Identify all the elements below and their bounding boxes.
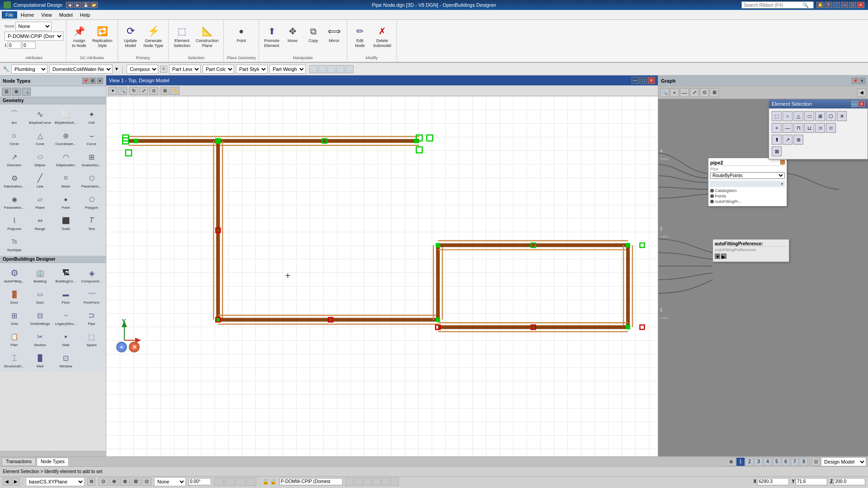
attr-none-select[interactable]: None <box>15 22 52 31</box>
vp-fit-btn[interactable]: ⤢ <box>139 87 148 95</box>
panel-close-btn[interactable]: ✕ <box>97 78 103 84</box>
node-item-ellipse[interactable]: Ellipse <box>28 149 52 169</box>
elem-sel-btn5[interactable]: ⊞ <box>815 111 825 121</box>
profile-input[interactable] <box>279 478 343 485</box>
panel-pin-btn[interactable]: 📌 <box>82 78 89 84</box>
node-item-legacystruct[interactable]: LegacyStru... <box>53 307 78 328</box>
update-model-btn[interactable]: ⟳ UpdateModel <box>121 22 141 51</box>
mode-btn4[interactable] <box>246 478 256 486</box>
part-color-select[interactable]: Part Color <box>203 65 234 74</box>
elem-sel-btn3[interactable]: △ <box>793 111 803 121</box>
vp-grid-btn[interactable]: ⊞ <box>160 87 170 95</box>
node-item-gridsettings[interactable]: GridSettings <box>28 307 52 328</box>
node-item-duct[interactable]: Duct <box>28 286 52 306</box>
x-input[interactable] <box>757 478 789 485</box>
node-item-plane[interactable]: Plane <box>28 191 52 211</box>
viewport-close-btn[interactable]: ✕ <box>648 77 655 84</box>
title-btn-4[interactable]: 📂 <box>90 2 98 8</box>
node-item-textstyle[interactable]: TextStyle <box>2 234 27 254</box>
elem-sel-btn4[interactable]: ⬭ <box>804 111 814 121</box>
node-search-list-btn[interactable]: ☰ <box>2 88 11 96</box>
graph-tb-btn2[interactable]: + <box>670 88 679 97</box>
nav-back-btn[interactable]: ◀ <box>3 478 11 486</box>
node-item-plan[interactable]: Plan <box>2 328 27 349</box>
node-item-polygon[interactable]: Polygon <box>79 191 104 211</box>
node-item-door[interactable]: Door <box>2 286 27 306</box>
elem-sel-btn14[interactable]: ⬆ <box>772 135 782 145</box>
element-selection-btn[interactable]: ⬚ ElementSelection <box>171 22 193 51</box>
coord-action-btn4[interactable] <box>373 478 381 486</box>
elem-sel-btn2[interactable]: ○ <box>783 111 793 121</box>
node-item-grid[interactable]: Grid <box>2 307 27 328</box>
attr-bar-btn1[interactable]: = <box>160 66 167 73</box>
attr-profile-select[interactable]: P-DOMW-CPIP (Domestic W... <box>5 32 63 41</box>
autofitting-expand-btn[interactable]: ▶ <box>721 253 726 259</box>
node-item-curve[interactable]: Curve <box>79 127 104 148</box>
node-item-solid[interactable]: Solid <box>53 212 78 233</box>
design-model-select[interactable]: Design Model <box>821 457 866 466</box>
menu-help[interactable]: Help <box>76 11 94 19</box>
node-item-mesh[interactable]: Mesh <box>53 170 78 190</box>
elem-sel-btn15[interactable]: ↗ <box>783 135 793 145</box>
minimize-btn[interactable]: — <box>841 2 848 8</box>
elem-sel-btn16[interactable]: ⊛ <box>793 135 803 145</box>
vp-measure-btn[interactable]: 📏 <box>170 87 179 95</box>
elem-sel-btn13[interactable]: ⊂ <box>826 123 836 133</box>
design-model-icon[interactable]: ⊡ <box>812 458 820 466</box>
menu-file[interactable]: File <box>2 11 17 19</box>
attr-icon-btn4[interactable] <box>336 65 344 73</box>
construction-plane-btn[interactable]: 📐 ConstructionPlane <box>193 22 221 51</box>
y-input[interactable] <box>796 478 827 485</box>
attr-field2[interactable]: 0 <box>22 42 36 49</box>
title-btn-3[interactable]: 💾 <box>82 2 90 8</box>
node-item-parametric2[interactable]: Parametric... <box>2 191 27 211</box>
coord-action-btn1[interactable] <box>345 478 354 486</box>
elem-sel-minimize[interactable]: — <box>851 101 858 107</box>
num-tab-3[interactable]: 3 <box>755 458 763 466</box>
generate-node-type-btn[interactable]: ⚡ GenerateNode Type <box>142 22 165 51</box>
snap-btn5[interactable]: ⊙ <box>142 478 151 486</box>
maximize-btn[interactable]: □ <box>849 2 856 8</box>
compound-select[interactable]: Compound <box>127 65 158 74</box>
none-select-bottom[interactable]: None <box>154 477 186 486</box>
node-item-cone[interactable]: Cone <box>28 127 52 148</box>
search-input[interactable] <box>744 3 802 8</box>
coord-settings-btn[interactable]: ⚙ <box>87 478 95 486</box>
menu-view[interactable]: View <box>38 11 56 19</box>
num-tab-4[interactable]: 4 <box>764 458 772 466</box>
mirror-btn[interactable]: ⟺ Mirror <box>324 22 344 51</box>
node-item-wall[interactable]: Wall <box>28 350 52 370</box>
node-item-floor[interactable]: Floor <box>53 286 78 306</box>
delete-submodel-btn[interactable]: ✗ DeleteSubmodel <box>371 22 394 51</box>
node-item-range[interactable]: Range <box>28 212 52 233</box>
node-item-compound[interactable]: Compound... <box>79 265 104 285</box>
menu-home[interactable]: Home <box>17 11 38 19</box>
cs-plane-select[interactable]: baseCS.XYPlane <box>26 477 85 486</box>
title-btn-1[interactable]: ◀ <box>66 2 73 8</box>
graph-tb-btn3[interactable]: — <box>680 88 689 97</box>
elem-sel-btn11[interactable]: ⊔ <box>804 123 814 133</box>
help-icon[interactable]: ? <box>825 2 832 8</box>
node-item-elliptical-arc[interactable]: EllipticalArc <box>53 149 78 169</box>
mode-btn2[interactable] <box>225 478 235 486</box>
graph-tb-btn4[interactable]: ⤢ <box>690 88 699 97</box>
tab-node-types[interactable]: Node Types <box>37 458 69 466</box>
elem-sel-btn9[interactable]: — <box>783 123 793 133</box>
num-tab-8[interactable]: 8 <box>800 458 808 466</box>
left-panel-scroll[interactable]: Geometry Arc BSplineCurve BSplineSurf...… <box>0 97 106 451</box>
assign-to-node-btn[interactable]: 📌 Assignto Node <box>69 22 89 51</box>
num-tab-5[interactable]: 5 <box>773 458 781 466</box>
autofitting-collapse-btn[interactable]: ▼ <box>715 253 720 259</box>
coord-action-btn6[interactable] <box>391 478 399 486</box>
graph-pin-btn[interactable]: 📌 <box>852 78 858 84</box>
menu-model[interactable]: Model <box>56 11 76 19</box>
num-tab-1[interactable]: 1 <box>736 458 745 466</box>
coord-action-btn5[interactable] <box>382 478 390 486</box>
part-weight-select[interactable]: Part Weight <box>269 65 306 74</box>
node-search-icon-btn[interactable]: ⊞ <box>12 88 21 96</box>
user-icon[interactable]: 👤 <box>833 2 840 8</box>
node-item-point[interactable]: Point <box>53 191 78 211</box>
attr-icon-btn1[interactable] <box>309 65 317 73</box>
node-search-find-btn[interactable]: 🔍 <box>22 88 31 96</box>
node-item-bsplinesurface[interactable]: BSplineSurf... <box>53 106 78 127</box>
